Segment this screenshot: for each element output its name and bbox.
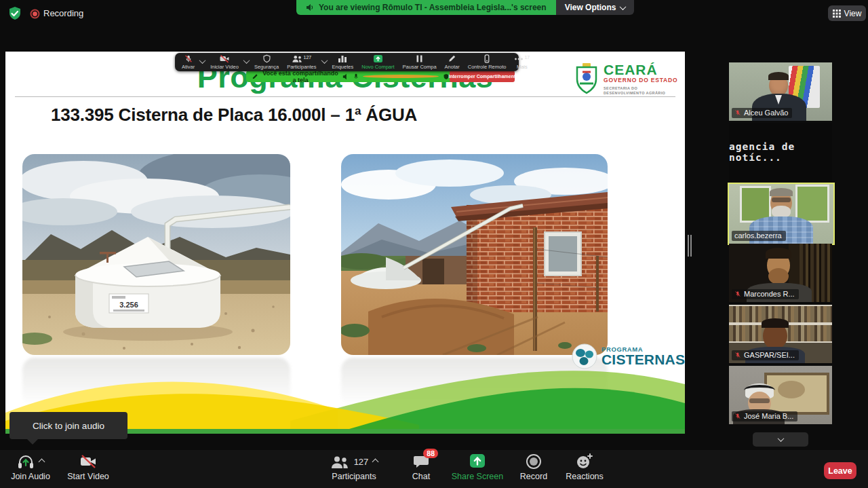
ceara-logo-dept2: DESENVOLVIMENTO AGRÁRIO [604, 91, 677, 95]
video-muted-icon [79, 454, 98, 469]
participant-tile-marcondes[interactable]: Marcondes R... [729, 244, 832, 302]
programa-cisternas-logo: PROGRAMA CISTERNAS [572, 343, 685, 369]
pause-icon [416, 54, 423, 63]
cistern-field-illustration: 3.256 [22, 154, 290, 355]
annotate-mini-icon [252, 73, 258, 80]
ceara-logo-government: GOVERNO DO ESTADO [604, 77, 677, 83]
view-options-button[interactable]: View Options [556, 0, 635, 15]
participant-name-text: agencia de notíc... [729, 123, 832, 181]
viewing-banner: You are viewing Rômulo TI - Assembleia L… [296, 0, 634, 15]
video-muted-icon [219, 54, 230, 63]
participants-scroll-down-button[interactable] [753, 432, 808, 447]
speaker-icon [306, 3, 314, 12]
viewing-banner-text: You are viewing Rômulo TI - Assembleia L… [319, 3, 547, 12]
meeting-control-bar: Join Audio Start Video 127 [0, 450, 868, 488]
record-button[interactable]: Record [514, 453, 553, 481]
cisternas-logo-big: CISTERNAS [601, 352, 685, 368]
participant-name-badge: carlos.bezerra [732, 231, 786, 241]
ceara-logo-name: CEARÁ [604, 63, 677, 77]
shared-screen-slide: Programa Cisternas 133.395 Cisterna de P… [5, 52, 685, 434]
mic-muted-icon [734, 109, 741, 116]
chevron-down-icon[interactable] [243, 54, 250, 67]
pencil-icon [448, 54, 456, 63]
participant-tile-jose[interactable]: José Maria B... [729, 366, 832, 424]
mic-muted-icon [734, 352, 741, 358]
chevron-down-icon[interactable] [199, 54, 206, 67]
view-options-label: View Options [565, 3, 616, 12]
participant-name-badge: Marcondes R... [732, 289, 799, 299]
share-screen-icon [467, 453, 488, 470]
join-audio-button[interactable]: Join Audio [5, 453, 56, 481]
eyeglasses [772, 198, 791, 202]
cistern-number-label: 3.256 [119, 301, 138, 309]
participant-tile-carlos-active-speaker[interactable]: carlos.bezerra [728, 183, 835, 245]
join-audio-tooltip: Click to join audio [9, 412, 127, 439]
mic-mini-icon [353, 73, 359, 80]
participant-name-badge: Alceu Galvão [732, 108, 792, 118]
remote-control-button[interactable]: Controle Remoto [464, 54, 511, 71]
stop-share-button[interactable]: Interromper Compartilhamento [450, 71, 515, 82]
participants-icon [292, 54, 302, 63]
start-video-button[interactable]: Start Video [62, 453, 114, 481]
participant-tile-gaspar[interactable]: GASPAR/SEI... [729, 305, 832, 363]
chat-button[interactable]: 88 Chat [404, 453, 438, 481]
mic-muted-icon [184, 54, 193, 63]
annotate-button[interactable]: Anotar [441, 54, 464, 71]
participant-tile-alceu[interactable]: Alceu Galvão [729, 62, 832, 121]
stop-share-label: Interromper Compartilhamento [448, 74, 518, 79]
chat-unread-badge: 88 [423, 449, 438, 458]
participant-hair [770, 188, 793, 196]
sharing-status-text: Você está compartilhando a tela [262, 70, 338, 83]
ceara-government-logo: CEARÁ GOVERNO DO ESTADO SECRETARIA DO DE… [574, 63, 677, 95]
participant-hair [762, 318, 789, 328]
start-video-button[interactable]: Iniciar Vídeo [206, 54, 243, 71]
viewing-banner-text-area: You are viewing Rômulo TI - Assembleia L… [296, 0, 556, 15]
recording-label: Recording [43, 8, 83, 18]
participant-hand [768, 268, 789, 284]
chevron-up-icon[interactable] [39, 458, 45, 465]
polls-chart-icon [338, 54, 347, 63]
status-dot-icon [363, 75, 439, 78]
reactions-button[interactable]: Reactions [560, 453, 609, 481]
mic-muted-icon [734, 413, 741, 419]
unmute-button[interactable]: Ativar [178, 54, 199, 71]
chevron-down-icon [777, 435, 784, 442]
ceara-logo-dept1: SECRETARIA DO [604, 86, 677, 90]
screen-share-toolbar: Ativar Iniciar Vídeo Segurança [175, 53, 519, 71]
photo-brick-house [341, 154, 608, 355]
shield-icon [262, 54, 271, 63]
recording-indicator-icon [30, 9, 40, 19]
share-screen-button[interactable]: Share Screen [444, 453, 511, 481]
reactions-smiley-icon [576, 453, 593, 470]
view-button[interactable]: View [828, 5, 866, 21]
panel-resize-handle[interactable] [688, 235, 692, 257]
photo-cistern-field: 3.256 [22, 154, 290, 355]
more-ellipsis-icon [514, 54, 524, 63]
zoom-meeting-window: Recording You are viewing Rômulo TI - As… [0, 0, 868, 488]
participant-hair [766, 248, 791, 259]
participant-name-badge: José Maria B... [732, 411, 797, 421]
remote-control-icon [484, 54, 490, 63]
slide-heading: 133.395 Cisterna de Placa 16.000l – 1ª Á… [51, 105, 417, 126]
headset-band [744, 385, 775, 396]
map-detail [778, 381, 805, 398]
security-button[interactable]: Segurança [250, 54, 283, 71]
chevron-up-icon[interactable] [372, 458, 379, 465]
participant-hair [768, 72, 789, 80]
participants-icon [330, 455, 349, 469]
leave-meeting-button[interactable]: Leave [824, 462, 856, 479]
security-shield-icon[interactable] [7, 6, 22, 21]
grid-view-icon [833, 10, 841, 18]
more-button[interactable]: 17 Mais [510, 54, 534, 71]
participants-button[interactable]: 127 Participants [320, 453, 388, 481]
new-share-button[interactable]: Novo Compart [357, 54, 398, 71]
chevron-down-icon[interactable] [321, 54, 328, 67]
participants-button[interactable]: 127 Participantes [283, 54, 320, 71]
pause-share-button[interactable]: Pausar Compa [399, 54, 441, 71]
participant-tile-agencia[interactable]: agencia de notíc... [729, 123, 832, 181]
eyeglasses [749, 398, 770, 403]
wall-frame-decor [795, 185, 829, 223]
cisternas-drops-icon [572, 343, 597, 369]
polls-button[interactable]: Enquetes [328, 54, 358, 71]
participant-name-badge: GASPAR/SEI... [732, 350, 799, 360]
